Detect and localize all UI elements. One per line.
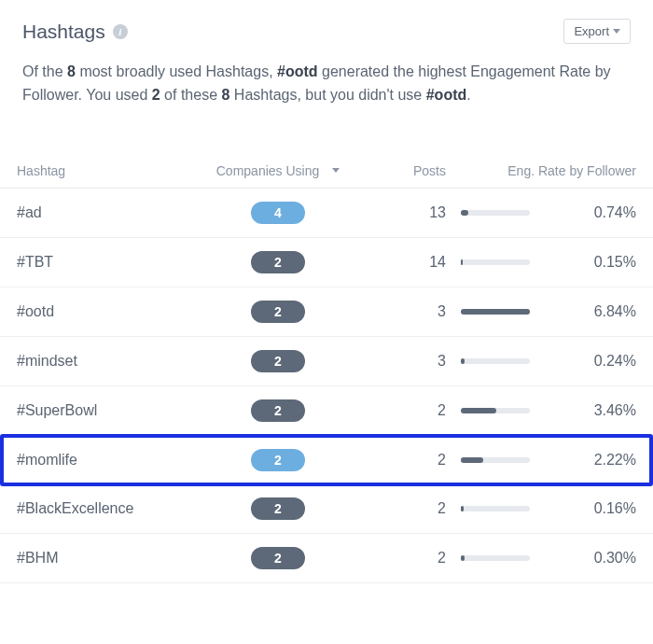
eng-bar-cell (446, 555, 530, 561)
eng-rate-cell: 0.30% (530, 550, 636, 567)
companies-cell: 2 (213, 497, 343, 520)
eng-bar-cell (446, 358, 530, 364)
table-row[interactable]: #ad4130.74% (0, 189, 653, 238)
sort-chevron-down-icon (332, 168, 340, 173)
companies-cell: 4 (213, 202, 343, 224)
hashtag-cell: #TBT (17, 254, 213, 271)
eng-bar-cell (446, 408, 530, 413)
export-label: Export (574, 24, 609, 38)
posts-cell: 3 (343, 353, 446, 370)
posts-cell: 3 (343, 303, 446, 320)
companies-pill: 2 (251, 301, 305, 323)
col-hashtag[interactable]: Hashtag (17, 163, 213, 178)
eng-bar-track (461, 210, 530, 216)
eng-bar-fill (461, 555, 465, 561)
companies-cell: 2 (213, 301, 343, 323)
companies-cell: 2 (213, 399, 343, 422)
table-row[interactable]: #BHM220.30% (0, 534, 653, 583)
eng-bar-fill (461, 457, 483, 463)
eng-bar-fill (461, 259, 463, 265)
eng-bar-fill (461, 506, 464, 511)
eng-bar-fill (461, 309, 530, 315)
col-posts[interactable]: Posts (343, 163, 446, 178)
companies-pill: 2 (251, 547, 305, 569)
summary-text: Of the 8 most broadly used Hashtags, #oo… (22, 61, 631, 107)
eng-bar-cell (446, 506, 530, 511)
eng-rate-cell: 0.15% (530, 254, 636, 271)
table-row[interactable]: #mindset230.24% (0, 337, 653, 386)
eng-bar-track (461, 408, 530, 413)
eng-bar-fill (461, 358, 465, 364)
title-wrap: Hashtags i (22, 21, 128, 43)
eng-bar-track (461, 506, 530, 511)
page-title: Hashtags (22, 21, 105, 43)
eng-bar-fill (461, 210, 468, 216)
hashtag-cell: #ootd (17, 303, 213, 320)
table-header: Hashtag Companies Using Posts Eng. Rate … (0, 154, 653, 189)
hashtag-cell: #momlife (17, 452, 213, 469)
posts-cell: 14 (343, 254, 446, 271)
companies-pill: 2 (251, 399, 305, 422)
hashtag-cell: #BHM (17, 550, 213, 567)
eng-bar-cell (446, 309, 530, 315)
col-eng-rate[interactable]: Eng. Rate by Follower (446, 163, 636, 178)
table-row[interactable]: #momlife222.22% (0, 434, 653, 486)
header: Hashtags i Export (22, 19, 631, 44)
export-button[interactable]: Export (563, 19, 631, 44)
hashtag-cell: #mindset (17, 353, 213, 370)
posts-cell: 2 (343, 452, 446, 469)
eng-rate-cell: 3.46% (530, 402, 636, 419)
eng-bar-fill (461, 408, 496, 413)
eng-rate-cell: 0.16% (530, 500, 636, 517)
companies-pill: 2 (251, 497, 305, 520)
chevron-down-icon (613, 29, 620, 34)
eng-rate-cell: 0.74% (530, 204, 636, 221)
hashtag-cell: #SuperBowl (17, 402, 213, 419)
eng-bar-cell (446, 259, 530, 265)
table-row[interactable]: #SuperBowl223.46% (0, 386, 653, 436)
col-companies[interactable]: Companies Using (213, 163, 343, 178)
hashtag-cell: #BlackExcellence (17, 500, 213, 517)
eng-bar-cell (446, 457, 530, 463)
posts-cell: 2 (343, 550, 446, 567)
eng-bar-track (461, 457, 530, 463)
eng-bar-track (461, 309, 530, 315)
hashtag-cell: #ad (17, 204, 213, 221)
info-icon[interactable]: i (113, 24, 128, 39)
table-row[interactable]: #BlackExcellence220.16% (0, 484, 653, 534)
eng-rate-cell: 2.22% (530, 452, 636, 469)
eng-bar-track (461, 358, 530, 364)
companies-pill: 2 (251, 251, 305, 273)
eng-bar-cell (446, 210, 530, 216)
hashtags-table: Hashtag Companies Using Posts Eng. Rate … (0, 154, 653, 583)
posts-cell: 2 (343, 402, 446, 419)
companies-pill: 2 (251, 449, 305, 471)
eng-rate-cell: 0.24% (530, 353, 636, 370)
companies-pill: 2 (251, 350, 305, 372)
table-row[interactable]: #ootd236.84% (0, 287, 653, 337)
companies-cell: 2 (213, 449, 343, 471)
posts-cell: 2 (343, 500, 446, 517)
companies-cell: 2 (213, 547, 343, 569)
eng-rate-cell: 6.84% (530, 303, 636, 320)
companies-cell: 2 (213, 251, 343, 273)
table-row[interactable]: #TBT2140.15% (0, 238, 653, 287)
eng-bar-track (461, 259, 530, 265)
eng-bar-track (461, 555, 530, 561)
companies-pill: 4 (251, 202, 305, 224)
posts-cell: 13 (343, 204, 446, 221)
companies-cell: 2 (213, 350, 343, 372)
